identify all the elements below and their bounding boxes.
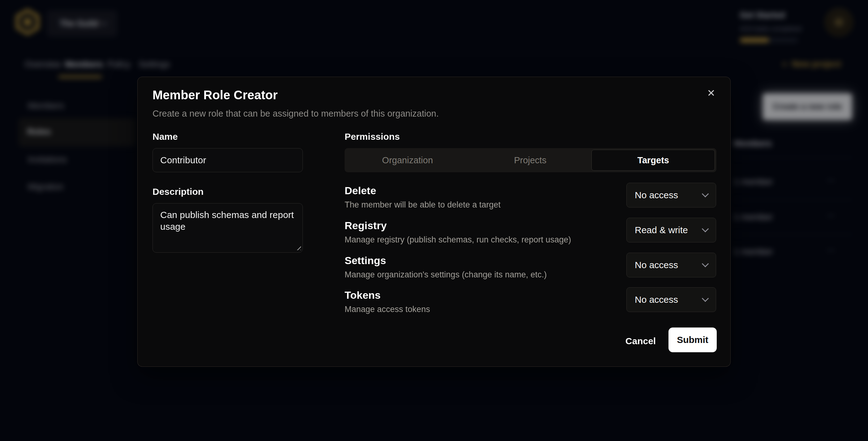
description-textarea[interactable]: Can publish schemas and report usage	[153, 203, 303, 253]
chevron-down-icon	[702, 225, 709, 232]
permissions-tab-targets[interactable]: Targets	[591, 150, 715, 171]
permissions-tab-projects[interactable]: Projects	[469, 150, 592, 171]
chevron-down-icon	[702, 190, 709, 198]
chevron-down-icon	[702, 260, 709, 267]
permission-select-registry[interactable]: Read & write	[626, 218, 716, 243]
modal-subtitle: Create a new role that can be assigned t…	[153, 108, 439, 119]
name-label: Name	[153, 131, 178, 142]
description-label: Description	[153, 187, 204, 197]
name-input[interactable]	[153, 148, 303, 172]
permission-select-settings[interactable]: No access	[626, 253, 716, 277]
permission-desc-delete: The member will be able to delete a targ…	[345, 200, 500, 210]
permission-title-settings: Settings	[345, 254, 386, 266]
permission-title-delete: Delete	[345, 185, 376, 197]
submit-button[interactable]: Submit	[669, 327, 717, 352]
close-icon[interactable]: ✕	[704, 86, 718, 100]
description-field-wrap: Can publish schemas and report usage	[153, 203, 303, 253]
member-role-creator-modal: ✕ Member Role Creator Create a new role …	[137, 77, 731, 367]
chevron-down-icon	[702, 295, 709, 302]
permission-title-tokens: Tokens	[345, 289, 381, 301]
cancel-button[interactable]: Cancel	[622, 329, 659, 353]
modal-title: Member Role Creator	[153, 88, 278, 102]
permissions-label: Permissions	[345, 131, 400, 142]
permission-title-registry: Registry	[345, 220, 387, 232]
permissions-tab-organization[interactable]: Organization	[346, 150, 469, 171]
permissions-tabs: Organization Projects Targets	[345, 148, 716, 172]
permission-desc-registry: Manage registry (publish schemas, run ch…	[345, 235, 571, 245]
permission-desc-settings: Manage organization's settings (change i…	[345, 270, 547, 280]
page: The Guild Get Started 4/10 tasks complet…	[0, 0, 868, 441]
permission-select-delete[interactable]: No access	[626, 183, 716, 208]
permission-select-tokens[interactable]: No access	[626, 287, 716, 312]
permission-desc-tokens: Manage access tokens	[345, 305, 430, 314]
